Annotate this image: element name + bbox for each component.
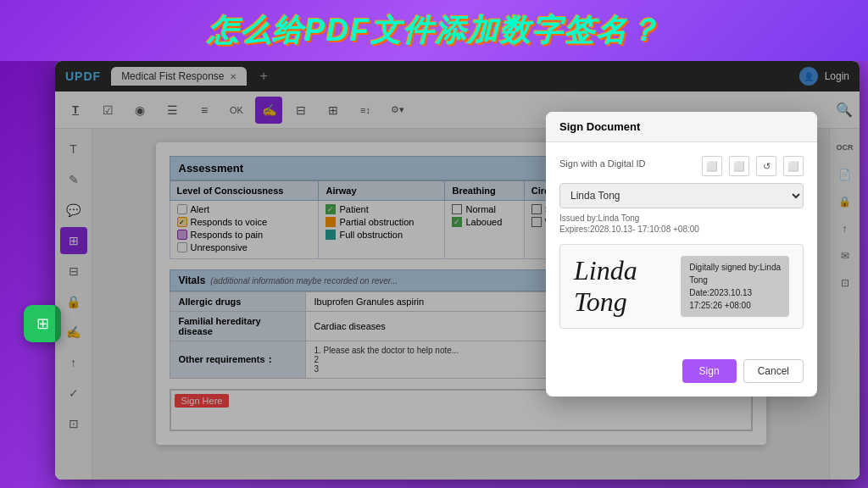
modal-icon-2[interactable]: ⬜: [729, 156, 749, 176]
top-banner: 怎么给PDF文件添加数字签名？: [0, 0, 868, 61]
digital-id-select[interactable]: Linda Tong: [559, 183, 804, 208]
modal-overlay: Sign Document Sign with a Digital ID ⬜ ⬜…: [55, 61, 860, 480]
modal-expires: Expires:2028.10.13- 17:10:08 +08:00: [559, 225, 804, 234]
modal-body: Sign with a Digital ID ⬜ ⬜ ↺ ⬜ Linda Ton…: [546, 142, 817, 352]
sign-document-modal: Sign Document Sign with a Digital ID ⬜ ⬜…: [546, 112, 817, 396]
modal-icon-4[interactable]: ⬜: [783, 156, 804, 176]
modal-refresh-icon[interactable]: ↺: [756, 156, 776, 176]
signature-info: Digitally signed by:Linda Tong Date:2023…: [681, 256, 789, 317]
modal-icon-1[interactable]: ⬜: [702, 156, 722, 176]
modal-icons-row: ⬜ ⬜ ↺ ⬜: [702, 156, 804, 176]
sig-info-line4: 17:25:26 +08:00: [689, 299, 781, 312]
modal-issued: Issued by:Linda Tong: [559, 214, 804, 223]
sig-info-line3: Date:2023.10.13: [689, 286, 781, 299]
sig-info-line2: Tong: [689, 274, 781, 286]
cancel-button[interactable]: Cancel: [743, 359, 804, 383]
modal-section-label: Sign with a Digital ID: [559, 158, 646, 169]
app-window: UPDF Medical Fist Response ✕ + 👤 Login T…: [55, 61, 860, 480]
floating-badge-icon: ⊞: [36, 314, 49, 333]
modal-title: Sign Document: [546, 112, 817, 142]
signature-preview: Linda Tong Digitally signed by:Linda Ton…: [559, 244, 804, 329]
modal-footer: Sign Cancel: [546, 352, 817, 396]
sig-info-line1: Digitally signed by:Linda: [689, 261, 781, 274]
signature-text: Linda Tong: [574, 255, 670, 318]
banner-text: 怎么给PDF文件添加数字签名？: [208, 10, 660, 52]
sign-button[interactable]: Sign: [682, 359, 737, 383]
